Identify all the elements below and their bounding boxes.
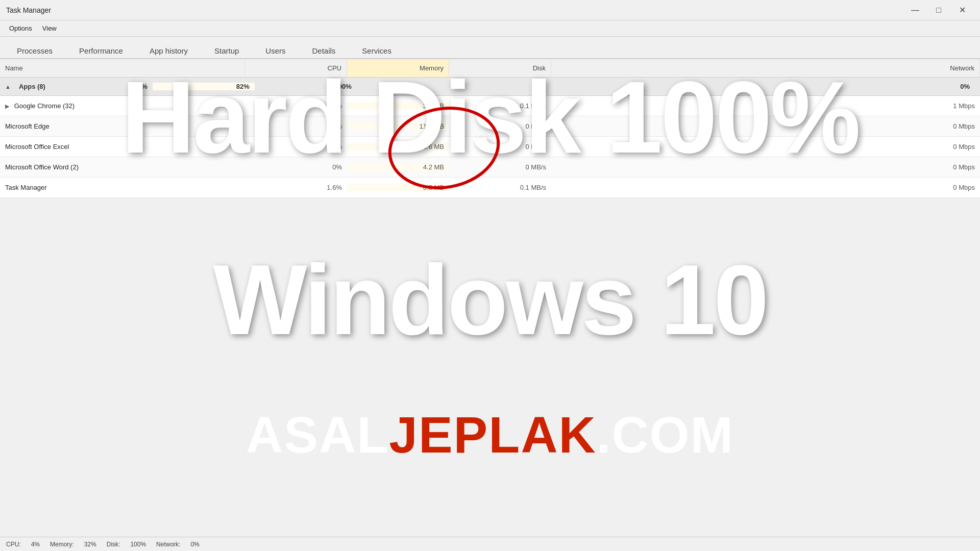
tab-users[interactable]: Users	[253, 42, 298, 59]
process-cpu-word: 0%	[245, 163, 347, 171]
process-net-taskmgr: 0 Mbps	[551, 184, 980, 191]
process-cpu-edge: 0%	[245, 122, 347, 130]
process-mem-excel: 0.6 MB	[347, 143, 449, 151]
tab-performance[interactable]: Performance	[66, 42, 136, 59]
process-net-chrome: 1 Mbps	[551, 102, 980, 110]
status-network-value: 0%	[190, 541, 199, 548]
process-cpu-chrome: 1%	[245, 102, 347, 110]
column-headers: Name CPU Memory Disk Network	[0, 59, 980, 78]
process-cpu-excel: 0%	[245, 143, 347, 151]
tab-startup[interactable]: Startup	[202, 42, 252, 59]
tab-services[interactable]: Services	[349, 42, 404, 59]
table-row[interactable]: ▶ Google Chrome (32) 1% 3.5 MB 0.1 MB/s …	[0, 96, 980, 116]
col-header-name[interactable]: Name	[0, 59, 245, 77]
table-row[interactable]: Microsoft Edge 0% 11.8 MB 0 MB/s 0 Mbps	[0, 116, 980, 137]
status-disk-label: Disk:	[107, 541, 120, 548]
process-disk-edge: 0 MB/s	[449, 122, 551, 130]
close-button[interactable]: ✕	[950, 3, 974, 17]
section-apps-header[interactable]: ▲ Apps (8) 71% 82% 100% 0%	[0, 78, 980, 96]
menu-view[interactable]: View	[37, 22, 62, 34]
table-row[interactable]: Task Manager 1.6% 0.8 MB 0.1 MB/s 0 Mbps	[0, 178, 980, 198]
expand-arrow-icon: ▶	[5, 103, 9, 110]
status-bar: CPU: 4% Memory: 32% Disk: 100% Network: …	[0, 537, 980, 551]
status-network-label: Network:	[156, 541, 180, 548]
tab-details[interactable]: Details	[300, 42, 349, 59]
process-cpu-taskmgr: 1.6%	[245, 184, 347, 191]
menu-options[interactable]: Options	[4, 22, 37, 34]
process-mem-chrome: 3.5 MB	[347, 102, 449, 110]
status-cpu-label: CPU:	[6, 541, 21, 548]
process-net-edge: 0 Mbps	[551, 122, 980, 130]
maximize-button[interactable]: □	[927, 3, 950, 17]
process-disk-chrome: 0.1 MB/s	[449, 102, 551, 110]
menu-bar: Options View	[0, 20, 980, 37]
status-memory-value: 32%	[84, 541, 96, 548]
process-mem-edge: 11.8 MB	[347, 122, 449, 130]
process-name-taskmgr: Task Manager	[0, 184, 245, 191]
process-disk-taskmgr: 0.1 MB/s	[449, 184, 551, 191]
chevron-up-icon: ▲	[5, 84, 11, 90]
process-name-edge: Microsoft Edge	[0, 122, 245, 130]
process-disk-word: 0 MB/s	[449, 163, 551, 171]
status-disk-value: 100%	[130, 541, 146, 548]
task-manager-window: Task Manager — □ ✕ Options View Processe…	[0, 0, 980, 551]
process-name-excel: Microsoft Office Excel	[0, 143, 245, 151]
process-name-chrome: ▶ Google Chrome (32)	[0, 102, 245, 110]
title-bar: Task Manager — □ ✕	[0, 0, 980, 20]
table-row[interactable]: Microsoft Office Excel 0% 0.6 MB 0 MB/s …	[0, 137, 980, 157]
process-mem-word: 4.2 MB	[347, 163, 449, 171]
section-apps-label: Apps (8)	[14, 83, 51, 90]
minimize-button[interactable]: —	[903, 3, 927, 17]
process-disk-excel: 0 MB/s	[449, 143, 551, 151]
section-apps-network: 0%	[357, 83, 975, 90]
window-title: Task Manager	[6, 6, 51, 14]
tab-processes[interactable]: Processes	[4, 42, 65, 59]
status-cpu-value: 4%	[31, 541, 40, 548]
process-name-word: Microsoft Office Word (2)	[0, 163, 245, 171]
process-mem-taskmgr: 0.8 MB	[347, 184, 449, 191]
table-row[interactable]: Microsoft Office Word (2) 0% 4.2 MB 0 MB…	[0, 157, 980, 178]
status-memory-label: Memory:	[50, 541, 74, 548]
tab-apphistory[interactable]: App history	[137, 42, 201, 59]
window-controls: — □ ✕	[903, 3, 974, 17]
col-header-cpu[interactable]: CPU	[245, 59, 347, 77]
col-header-network[interactable]: Network	[551, 59, 980, 77]
process-net-excel: 0 Mbps	[551, 143, 980, 151]
section-apps-disk: 100%	[255, 83, 357, 90]
col-header-disk[interactable]: Disk	[449, 59, 551, 77]
section-apps-memory: 82%	[153, 83, 255, 90]
tab-bar: Processes Performance App history Startu…	[0, 37, 980, 59]
process-net-word: 0 Mbps	[551, 163, 980, 171]
col-header-memory[interactable]: Memory	[347, 59, 449, 77]
section-apps-cpu: 71%	[51, 83, 153, 90]
table-area: Name CPU Memory Disk Network ▲ Apps (8) …	[0, 59, 980, 198]
